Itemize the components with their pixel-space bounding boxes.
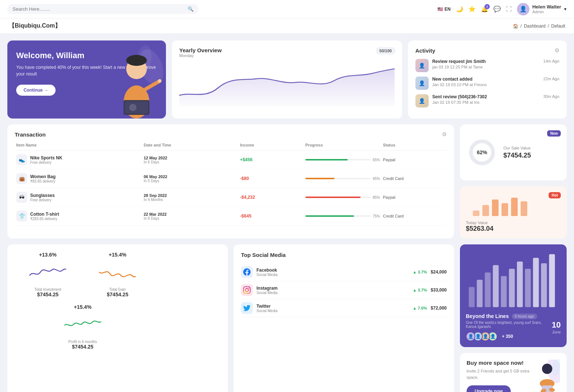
svg-rect-28 [541,263,547,307]
favorites-icon[interactable]: ⭐ [468,6,476,13]
item-date: 28 Sep 2022 In 4 Months [144,193,237,202]
dark-mode-toggle[interactable]: 🌙 [456,6,463,13]
gain-wave [99,263,136,281]
activity-avatar-1: 👤 [415,59,429,72]
svg-rect-20 [477,280,483,307]
activity-text-1: Review request jim Smith jan 03 19 12:25… [432,59,540,70]
language-selector[interactable]: 🇺🇸 EN [437,7,451,12]
twitter-icon [241,302,253,314]
avatars-section: 👤 👤 👤 👤 + 350 [466,332,552,341]
beyond-date: 10 [552,320,561,330]
beyond-title: Beyond the Lines [466,313,509,319]
notifications-icon[interactable]: 🔔 4 [481,6,488,13]
beyond-title-row: Beyond the Lines 6 hours ago [466,313,552,319]
social-twitter: Twitter Social Media ▲ 7.6% $72,000 [241,299,447,317]
yearly-score: 50/100 [376,47,396,54]
yearly-chart [179,62,394,106]
activity-settings-icon[interactable]: ⚙ [554,47,559,54]
today-label: Today Value [466,220,561,225]
new-badge: New [547,130,561,137]
brand-logo: 【Biqubiqu.Com】 [9,22,61,30]
item-date: 06 May 2022 In 5 Days [144,174,237,183]
continue-button[interactable]: Continue → [16,85,56,96]
stats-grid: +13.6% Total Investment $7454.25 +15.4% … [15,252,220,350]
item-info: 👜 Women Bag ₹83.65 delivery [16,173,141,184]
stat-gain: +15.4% Total Gain $7454.25 [85,252,151,297]
chart-section: +13.6% Total Investment $7454.25 +15.4% … [7,244,567,392]
item-details: Cotton T-shirt ₹283.65 delivery [30,212,59,221]
dashboard-link[interactable]: Dashboard [524,24,546,29]
fullscreen-icon[interactable]: ⛶ [506,6,512,13]
donut-wrap: 62% Our Sale Value $7454.25 [467,132,559,173]
item-progress: 75% [305,214,380,218]
upgrade-illustration [531,360,560,392]
svg-point-9 [158,79,162,83]
beyond-description: One Of the world,s brightest, young surf… [466,321,552,329]
item-icon: 👕 [16,211,27,222]
col-progress: Progress [305,143,380,147]
item-progress: 85% [305,195,380,199]
search-icon: 🔍 [188,6,194,12]
svg-text:62%: 62% [477,149,488,155]
home-icon[interactable]: 🏠 [513,24,518,29]
instagram-icon [241,284,253,296]
item-date: 22 Mar 2022 In 8 Days [144,212,237,220]
user-profile[interactable]: 👤 Helen Walter Admin ▾ [517,3,567,15]
activity-title-2: New contact added [432,77,540,82]
table-row: 👜 Women Bag ₹83.65 delivery 06 May 2022 … [15,169,447,188]
avatar-1: 👤 [466,332,475,341]
donut-chart: 62% [467,138,497,167]
investment-wave [29,263,66,281]
col-date: Date and Time [144,143,237,147]
welcome-illustration [107,40,166,119]
top-navigation: 🔍 🇺🇸 EN 🌙 ⭐ 🔔 4 💬 ⛶ 👤 Helen Walter Admin… [0,0,574,18]
search-bar[interactable]: 🔍 [7,4,199,14]
activity-text-3: Sent review (504)236-7302 Jan 02 19 07:3… [432,94,540,105]
today-value-card: Hot Today Value $5263.04 [460,186,567,239]
item-details: Nike Sports NK Free delivery [30,155,62,165]
activity-detail-2: Jan 02 19 03:10 PM at Fresno [432,82,487,87]
item-info: 🕶 Sunglasses Free delivery [16,192,141,203]
item-progress: 45% [305,177,380,181]
social-facebook: Facebook Social Media ▲ 3.7% $24,000 [241,263,447,281]
item-status: Paypal [383,195,445,199]
upgrade-button[interactable]: Upgrade now [467,385,511,392]
item-info: 👟 Nike Sports NK Free delivery [16,154,141,165]
svg-rect-18 [521,201,527,216]
current-page: Default [551,24,565,29]
flag-icon: 🇺🇸 [437,7,443,12]
item-icon: 👜 [16,173,27,184]
yearly-title: Yearly Overview [179,47,394,53]
activity-header: Activity ⚙ [415,47,559,54]
svg-rect-24 [509,269,515,307]
svg-rect-27 [533,258,539,307]
right-column: New 62% Our Sale Value $7454.25 Hot [460,124,567,239]
transaction-settings-icon[interactable]: ⚙ [442,131,447,138]
activity-detail-1: jan 03 19 12:25 PM at Tame [432,65,483,69]
item-income: -$4,232 [240,195,302,200]
facebook-icon [241,266,253,278]
notification-badge: 4 [485,4,490,9]
item-status: Paypal [383,158,445,162]
svg-rect-25 [517,261,523,307]
beyond-text: Beyond the Lines 6 hours ago One Of the … [466,313,552,341]
item-details: Sunglasses Free delivery [30,193,55,202]
activity-title-3: Sent review (504)236-7302 [432,94,540,99]
svg-rect-17 [511,198,518,216]
item-info: 👕 Cotton T-shirt ₹283.65 delivery [16,211,141,222]
activity-item-3: 👤 Sent review (504)236-7302 Jan 02 19 07… [415,94,559,107]
activity-time-3: 30m Ago [543,94,559,99]
search-input[interactable] [13,6,185,12]
yearly-subtitle: Monday [179,53,394,58]
social-media-title: Top Social Media [241,252,447,258]
messages-icon[interactable]: 💬 [493,6,501,13]
upgrade-description: Invite 2 Friends and get 5 GB extra spac… [467,368,531,380]
item-icon: 🕶 [16,192,27,203]
activity-time-2: 22m Ago [543,77,559,81]
col-item: Item Name [16,143,141,147]
instagram-info: Instagram Social Media [256,286,409,295]
activity-title-1: Review request jim Smith [432,59,540,64]
transaction-title: Transaction [15,131,46,138]
right-section: Beyond the Lines 6 hours ago One Of the … [460,244,567,392]
svg-rect-22 [493,265,499,307]
